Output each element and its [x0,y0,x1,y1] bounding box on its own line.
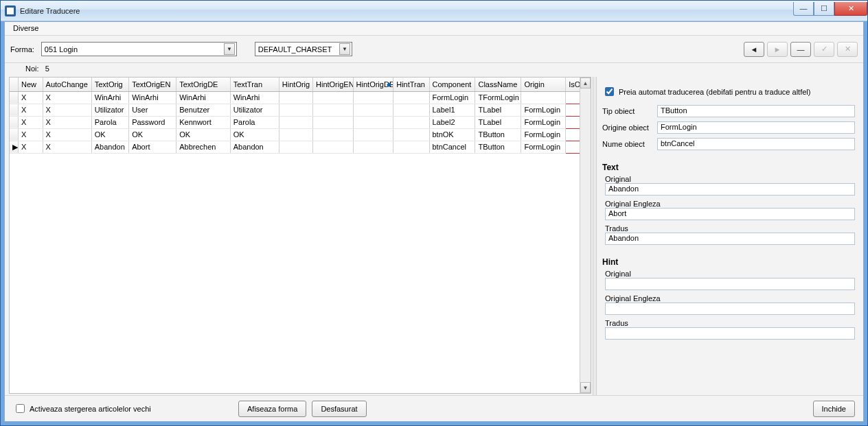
cell[interactable] [353,91,393,104]
cell[interactable] [279,91,312,104]
cell[interactable]: WinArhi [230,91,279,104]
cell[interactable]: X [19,104,43,116]
cell[interactable] [353,104,393,116]
cell[interactable] [393,128,429,141]
titlebar[interactable]: Editare Traducere — ☐ ✕ [1,1,867,21]
column-header[interactable]: TextOrigDE [176,78,230,91]
cell[interactable]: TButton [475,128,521,141]
column-header[interactable]: TextOrig [91,78,128,91]
tip-obiect-field[interactable]: TButton [657,105,855,117]
cell[interactable]: FormLogin [521,128,566,141]
minimize-button[interactable]: — [793,2,814,16]
cell[interactable]: TFormLogin [475,91,521,104]
cell[interactable]: FormLogin [521,116,566,128]
cell[interactable] [313,128,354,141]
column-header[interactable]: AutoChange [43,78,91,91]
origine-obiect-field[interactable]: FormLogin [657,121,855,134]
cell[interactable]: Parola [91,116,128,128]
cell[interactable]: TLabel [475,104,521,116]
cell[interactable]: Parola [230,116,279,128]
cell[interactable]: btnCancel [429,141,475,153]
cell[interactable] [313,141,354,153]
table-row[interactable]: XXUtilizatorUserBenutzerUtilizatorLabel1… [10,104,591,116]
nav-next-button[interactable]: ► [767,42,788,57]
cell[interactable]: Password [129,116,176,128]
cell[interactable] [313,116,354,128]
column-header[interactable]: HintOrigEN [313,78,354,91]
cell[interactable] [353,141,393,153]
cell[interactable] [279,128,312,141]
afiseaza-forma-button[interactable]: Afiseaza forma [238,401,306,417]
nume-obiect-field[interactable]: btnCancel [657,138,855,150]
cell[interactable] [393,116,429,128]
cell[interactable]: WinArhi [129,91,176,104]
cell[interactable]: X [19,91,43,104]
delete-old-checkbox[interactable] [16,404,25,413]
cell[interactable]: OK [129,128,176,141]
cell[interactable] [393,91,429,104]
cell[interactable]: X [19,128,43,141]
cell[interactable]: Utilizator [230,104,279,116]
menu-diverse[interactable]: Diverse [9,23,43,34]
maximize-button[interactable]: ☐ [814,2,834,16]
cell[interactable]: Abandon [91,141,128,153]
cell[interactable]: Benutzer [176,104,230,116]
cell[interactable]: FormLogin [521,104,566,116]
chevron-down-icon[interactable]: ▼ [224,43,235,55]
cell[interactable] [313,91,354,104]
cell[interactable] [393,141,429,153]
cell[interactable]: OK [230,128,279,141]
table-row[interactable]: XXWinArhiWinArhiWinArhiWinArhiFormLoginT… [10,91,591,104]
cell[interactable]: WinArhi [91,91,128,104]
cell[interactable]: X [43,116,91,128]
cell[interactable] [313,104,354,116]
hint-tradus-field[interactable] [605,327,855,340]
column-header[interactable]: New [19,78,43,91]
cell[interactable] [521,91,566,104]
nav-check-button[interactable]: ✓ [814,42,834,57]
hint-original-field[interactable] [605,278,855,290]
table-row[interactable]: XXOKOKOKOKbtnOKTButtonFormLogin [10,128,591,141]
cell[interactable]: X [19,141,43,153]
cell[interactable]: OK [176,128,230,141]
cell[interactable] [279,116,312,128]
cell[interactable]: X [19,116,43,128]
cell[interactable] [279,104,312,116]
column-header[interactable]: Origin [521,78,566,91]
inchide-button[interactable]: Inchide [813,401,855,417]
cell[interactable]: Utilizator [91,104,128,116]
cell[interactable]: WinArhi [176,91,230,104]
cell[interactable]: User [129,104,176,116]
cell[interactable] [353,116,393,128]
cell[interactable]: X [43,91,91,104]
grid-table[interactable]: NewAutoChangeTextOrigTextOrigENTextOrigD… [10,78,591,154]
hint-original-en-field[interactable] [605,303,855,315]
column-header[interactable]: TextOrigEN [129,78,176,91]
cell[interactable]: Label1 [429,104,475,116]
table-row[interactable]: ▶XXAbandonAbortAbbrechenAbandonbtnCancel… [10,141,591,153]
chevron-down-icon[interactable]: ▼ [339,43,350,55]
scroll-up-icon[interactable]: ▲ [580,78,591,88]
forma-combo[interactable]: 051 Login ▼ [41,42,237,56]
cell[interactable] [279,141,312,153]
auto-translation-checkbox[interactable] [605,87,614,96]
close-button[interactable]: ✕ [834,2,867,16]
cell[interactable]: OK [91,128,128,141]
scroll-down-icon[interactable]: ▼ [580,382,591,393]
cell[interactable]: TButton [475,141,521,153]
text-original-en-field[interactable]: Abort [605,208,855,220]
nav-cancel-button[interactable]: ✕ [837,42,858,57]
text-original-field[interactable]: Abandon [605,183,855,196]
column-header[interactable]: HintTran [393,78,429,91]
cell[interactable]: Label2 [429,116,475,128]
cell[interactable]: FormLogin [429,91,475,104]
cell[interactable]: TLabel [475,116,521,128]
nav-prev-button[interactable]: ◄ [744,42,764,57]
cell[interactable]: FormLogin [521,141,566,153]
table-row[interactable]: XXParolaPasswordKennwortParolaLabel2TLab… [10,116,591,128]
cell[interactable]: X [43,104,91,116]
cell[interactable]: Abort [129,141,176,153]
nav-minus-button[interactable]: — [790,42,811,57]
column-header[interactable]: HintOrig [279,78,312,91]
desfasurat-button[interactable]: Desfasurat [312,401,366,417]
